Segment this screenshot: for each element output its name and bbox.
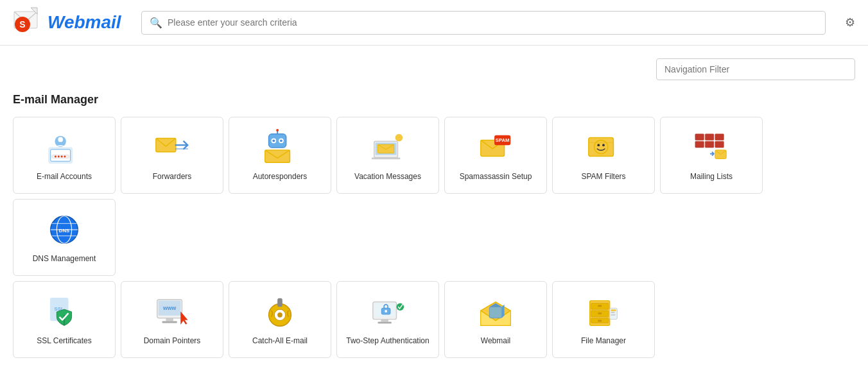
card-label-spam-filters: SPAM Filters (581, 172, 625, 182)
svg-point-22 (276, 129, 279, 132)
card-label-email-accounts: E-mail Accounts (37, 172, 92, 182)
svg-point-61 (277, 312, 282, 318)
card-file-manager[interactable]: File Manager (552, 281, 655, 358)
card-grid-row2: SSL SSL Certificates www (13, 281, 855, 358)
catch-all-icon (261, 293, 299, 331)
dns-management-icon: DNS (45, 210, 83, 249)
card-label-spamassassin: Spamassassin Setup (460, 172, 532, 182)
svg-rect-8 (52, 155, 69, 158)
svg-rect-83 (611, 312, 615, 313)
svg-rect-57 (162, 321, 177, 323)
svg-rect-79 (598, 312, 602, 314)
svg-rect-62 (277, 298, 282, 307)
svg-rect-23 (265, 150, 290, 162)
card-grid-row1: E-mail Accounts Forwarders (13, 117, 855, 276)
svg-text:www: www (162, 305, 177, 311)
card-ssl-certificates[interactable]: SSL SSL Certificates (13, 281, 116, 358)
svg-rect-39 (715, 134, 724, 141)
logo: S Webmail (13, 6, 128, 38)
svg-rect-40 (695, 142, 704, 148)
forwarders-icon (153, 128, 191, 167)
card-dns-management[interactable]: DNS DNS Management (13, 199, 116, 276)
svg-point-33 (595, 141, 608, 154)
svg-rect-69 (378, 322, 392, 324)
svg-point-34 (597, 144, 600, 146)
card-label-forwarders: Forwarders (153, 172, 192, 182)
header: S Webmail 🔍 ⚙ (0, 0, 868, 46)
card-two-step-authentication[interactable]: Two-Step Authentication (336, 281, 439, 358)
search-input[interactable] (168, 17, 817, 28)
card-label-domain-pointers: Domain Pointers (144, 336, 201, 346)
svg-point-12 (64, 156, 66, 158)
svg-point-9 (55, 156, 56, 158)
card-spamassassin[interactable]: SPAM Spamassassin Setup (444, 117, 547, 194)
svg-point-27 (395, 134, 403, 142)
search-icon: 🔍 (150, 17, 162, 29)
svg-rect-71 (489, 307, 501, 318)
svg-rect-42 (715, 142, 724, 148)
svg-point-10 (58, 156, 60, 158)
nav-filter-input[interactable] (656, 58, 855, 80)
svg-rect-28 (372, 158, 400, 160)
svg-point-11 (61, 156, 63, 158)
card-domain-pointers[interactable]: www Domain Pointers (121, 281, 223, 358)
svg-point-7 (58, 137, 63, 142)
email-accounts-icon (45, 128, 83, 167)
svg-point-19 (272, 140, 275, 142)
svg-marker-58 (181, 312, 188, 324)
card-label-autoresponders: Autoresponders (253, 172, 308, 182)
domain-pointers-icon: www (153, 293, 191, 331)
card-label-mailing-lists: Mailing Lists (690, 172, 733, 182)
settings-button[interactable]: ⚙ (845, 15, 855, 30)
svg-rect-82 (611, 309, 616, 311)
svg-point-35 (602, 144, 605, 146)
card-label-webmail: Webmail (481, 336, 510, 346)
card-email-accounts[interactable]: E-mail Accounts (13, 117, 116, 194)
card-label-two-step-authentication: Two-Step Authentication (346, 336, 429, 346)
logo-icon: S (13, 6, 45, 38)
svg-rect-38 (705, 134, 714, 141)
svg-rect-68 (381, 320, 388, 322)
file-manager-icon (584, 293, 623, 331)
card-catch-all-email[interactable]: Catch-All E-mail (229, 281, 331, 358)
svg-rect-37 (695, 134, 704, 141)
main-content: E-mail Manager (0, 46, 868, 371)
card-autoresponders[interactable]: Autoresponders (229, 117, 331, 194)
card-label-file-manager: File Manager (581, 336, 626, 346)
webmail-icon (476, 293, 515, 331)
svg-point-66 (385, 310, 387, 312)
svg-rect-80 (598, 320, 602, 322)
card-label-ssl-certificates: SSL Certificates (37, 336, 92, 346)
svg-point-20 (280, 140, 282, 142)
vacation-messages-icon (369, 128, 407, 167)
svg-text:S: S (19, 19, 25, 30)
ssl-certificates-icon: SSL (45, 293, 83, 331)
svg-rect-41 (705, 142, 714, 148)
svg-text:SPAM: SPAM (496, 138, 510, 144)
card-webmail[interactable]: Webmail (444, 281, 547, 358)
logo-text: Webmail (48, 12, 121, 33)
card-forwarders[interactable]: Forwarders (121, 117, 223, 194)
svg-text:DNS: DNS (59, 228, 69, 234)
nav-filter-row (13, 58, 855, 80)
card-mailing-lists[interactable]: Mailing Lists (660, 117, 763, 194)
spamassassin-icon: SPAM (476, 128, 515, 167)
spam-filters-icon (584, 128, 623, 167)
card-label-dns-management: DNS Management (33, 254, 96, 264)
svg-rect-78 (598, 305, 602, 307)
search-bar[interactable]: 🔍 (141, 11, 826, 35)
mailing-lists-icon (692, 128, 731, 167)
autoresponders-icon (261, 128, 299, 167)
svg-rect-56 (166, 318, 173, 321)
card-spam-filters[interactable]: SPAM Filters (552, 117, 655, 194)
two-step-icon (369, 293, 407, 331)
card-label-vacation-messages: Vacation Messages (354, 172, 421, 182)
card-label-catch-all-email: Catch-All E-mail (252, 336, 308, 346)
svg-rect-84 (611, 314, 616, 316)
gear-icon: ⚙ (845, 16, 855, 29)
section-title: E-mail Manager (13, 93, 855, 107)
card-vacation-messages[interactable]: Vacation Messages (336, 117, 439, 194)
